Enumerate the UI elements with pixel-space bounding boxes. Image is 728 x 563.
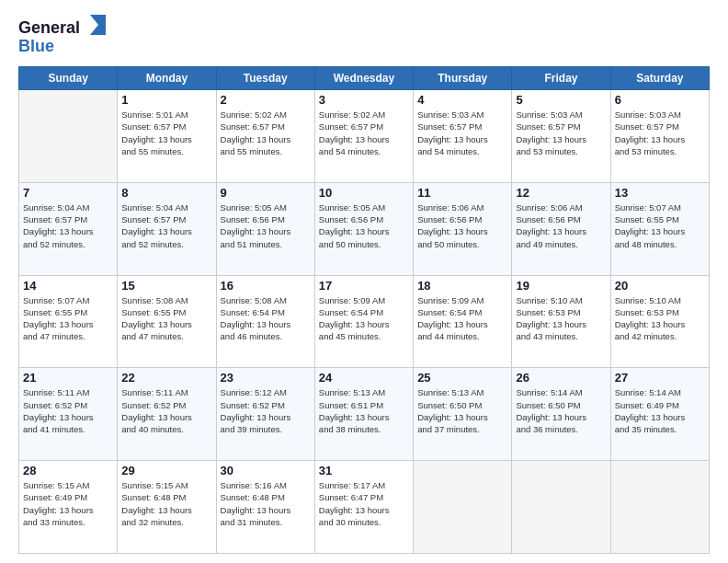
day-info: Sunrise: 5:08 AM Sunset: 6:54 PM Dayligh… <box>221 294 311 343</box>
day-header-thursday: Thursday <box>414 67 512 90</box>
logo: GeneralBlue <box>18 15 110 59</box>
day-number: 26 <box>516 371 606 385</box>
calendar-cell: 23Sunrise: 5:12 AM Sunset: 6:52 PM Dayli… <box>216 368 314 461</box>
day-number: 30 <box>221 464 311 477</box>
day-header-friday: Friday <box>512 67 610 90</box>
page: GeneralBlue SundayMondayTuesdayWednesday… <box>0 0 728 563</box>
week-row-2: 7Sunrise: 5:04 AM Sunset: 6:57 PM Daylig… <box>19 182 710 275</box>
calendar-cell: 29Sunrise: 5:15 AM Sunset: 6:48 PM Dayli… <box>118 461 216 554</box>
day-number: 12 <box>516 186 606 200</box>
calendar-cell: 14Sunrise: 5:07 AM Sunset: 6:55 PM Dayli… <box>19 275 118 368</box>
week-row-4: 21Sunrise: 5:11 AM Sunset: 6:52 PM Dayli… <box>19 368 710 461</box>
day-number: 25 <box>417 371 507 385</box>
day-number: 24 <box>319 371 409 385</box>
calendar-cell: 21Sunrise: 5:11 AM Sunset: 6:52 PM Dayli… <box>19 368 118 461</box>
header: GeneralBlue <box>18 15 710 59</box>
day-number: 31 <box>319 464 409 477</box>
logo-svg: GeneralBlue <box>18 15 110 59</box>
day-info: Sunrise: 5:04 AM Sunset: 6:57 PM Dayligh… <box>23 201 113 250</box>
svg-marker-2 <box>90 15 106 35</box>
day-info: Sunrise: 5:09 AM Sunset: 6:54 PM Dayligh… <box>417 294 507 343</box>
calendar-cell: 27Sunrise: 5:14 AM Sunset: 6:49 PM Dayli… <box>610 368 709 461</box>
day-info: Sunrise: 5:11 AM Sunset: 6:52 PM Dayligh… <box>121 386 211 435</box>
day-number: 15 <box>121 279 211 293</box>
day-info: Sunrise: 5:12 AM Sunset: 6:52 PM Dayligh… <box>221 386 311 435</box>
day-number: 11 <box>417 186 507 200</box>
day-number: 29 <box>121 464 211 477</box>
day-number: 18 <box>417 279 507 293</box>
calendar-table: SundayMondayTuesdayWednesdayThursdayFrid… <box>18 66 710 554</box>
day-info: Sunrise: 5:13 AM Sunset: 6:51 PM Dayligh… <box>319 386 409 435</box>
day-info: Sunrise: 5:06 AM Sunset: 6:56 PM Dayligh… <box>417 201 507 250</box>
day-info: Sunrise: 5:03 AM Sunset: 6:57 PM Dayligh… <box>417 109 507 157</box>
calendar-cell: 20Sunrise: 5:10 AM Sunset: 6:53 PM Dayli… <box>610 275 709 368</box>
calendar-cell: 10Sunrise: 5:05 AM Sunset: 6:56 PM Dayli… <box>314 182 413 275</box>
svg-text:Blue: Blue <box>18 37 54 55</box>
day-header-sunday: Sunday <box>19 67 118 90</box>
day-info: Sunrise: 5:15 AM Sunset: 6:49 PM Dayligh… <box>23 479 113 528</box>
calendar-cell: 12Sunrise: 5:06 AM Sunset: 6:56 PM Dayli… <box>512 182 610 275</box>
day-number: 8 <box>121 186 211 200</box>
calendar-cell: 26Sunrise: 5:14 AM Sunset: 6:50 PM Dayli… <box>512 368 610 461</box>
day-number: 17 <box>319 279 409 293</box>
calendar-cell: 24Sunrise: 5:13 AM Sunset: 6:51 PM Dayli… <box>314 368 413 461</box>
calendar-cell: 4Sunrise: 5:03 AM Sunset: 6:57 PM Daylig… <box>414 90 512 183</box>
day-number: 3 <box>319 93 409 107</box>
day-number: 16 <box>221 279 311 293</box>
week-row-1: 1Sunrise: 5:01 AM Sunset: 6:57 PM Daylig… <box>19 90 710 183</box>
day-number: 22 <box>121 371 211 385</box>
calendar-cell: 11Sunrise: 5:06 AM Sunset: 6:56 PM Dayli… <box>414 182 512 275</box>
day-number: 13 <box>615 186 705 200</box>
week-row-5: 28Sunrise: 5:15 AM Sunset: 6:49 PM Dayli… <box>19 461 710 554</box>
calendar-cell <box>414 461 512 554</box>
day-number: 19 <box>516 279 606 293</box>
day-number: 6 <box>615 93 705 107</box>
calendar-cell: 19Sunrise: 5:10 AM Sunset: 6:53 PM Dayli… <box>512 275 610 368</box>
week-row-3: 14Sunrise: 5:07 AM Sunset: 6:55 PM Dayli… <box>19 275 710 368</box>
day-number: 5 <box>516 93 606 107</box>
calendar-cell: 31Sunrise: 5:17 AM Sunset: 6:47 PM Dayli… <box>314 461 413 554</box>
calendar-cell: 16Sunrise: 5:08 AM Sunset: 6:54 PM Dayli… <box>216 275 314 368</box>
calendar-cell: 25Sunrise: 5:13 AM Sunset: 6:50 PM Dayli… <box>414 368 512 461</box>
calendar-cell: 28Sunrise: 5:15 AM Sunset: 6:49 PM Dayli… <box>19 461 118 554</box>
day-info: Sunrise: 5:16 AM Sunset: 6:48 PM Dayligh… <box>221 479 311 528</box>
day-info: Sunrise: 5:03 AM Sunset: 6:57 PM Dayligh… <box>516 109 606 157</box>
calendar-cell <box>19 90 118 183</box>
calendar-cell: 3Sunrise: 5:02 AM Sunset: 6:57 PM Daylig… <box>314 90 413 183</box>
day-number: 20 <box>615 279 705 293</box>
day-number: 21 <box>23 371 113 385</box>
day-header-monday: Monday <box>118 67 216 90</box>
svg-text:General: General <box>18 18 80 37</box>
day-number: 4 <box>417 93 507 107</box>
calendar-cell: 18Sunrise: 5:09 AM Sunset: 6:54 PM Dayli… <box>414 275 512 368</box>
day-info: Sunrise: 5:17 AM Sunset: 6:47 PM Dayligh… <box>319 479 409 528</box>
day-header-saturday: Saturday <box>610 67 709 90</box>
calendar-cell: 8Sunrise: 5:04 AM Sunset: 6:57 PM Daylig… <box>118 182 216 275</box>
calendar-cell: 17Sunrise: 5:09 AM Sunset: 6:54 PM Dayli… <box>314 275 413 368</box>
day-info: Sunrise: 5:10 AM Sunset: 6:53 PM Dayligh… <box>615 294 705 343</box>
calendar-cell: 5Sunrise: 5:03 AM Sunset: 6:57 PM Daylig… <box>512 90 610 183</box>
day-info: Sunrise: 5:15 AM Sunset: 6:48 PM Dayligh… <box>121 479 211 528</box>
calendar-cell: 2Sunrise: 5:02 AM Sunset: 6:57 PM Daylig… <box>216 90 314 183</box>
day-info: Sunrise: 5:02 AM Sunset: 6:57 PM Dayligh… <box>319 109 409 157</box>
day-info: Sunrise: 5:09 AM Sunset: 6:54 PM Dayligh… <box>319 294 409 343</box>
calendar-cell <box>512 461 610 554</box>
header-row: SundayMondayTuesdayWednesdayThursdayFrid… <box>19 67 710 90</box>
calendar-cell: 13Sunrise: 5:07 AM Sunset: 6:55 PM Dayli… <box>610 182 709 275</box>
day-info: Sunrise: 5:14 AM Sunset: 6:49 PM Dayligh… <box>615 386 705 435</box>
calendar-cell: 1Sunrise: 5:01 AM Sunset: 6:57 PM Daylig… <box>118 90 216 183</box>
day-info: Sunrise: 5:05 AM Sunset: 6:56 PM Dayligh… <box>319 201 409 250</box>
day-number: 23 <box>221 371 311 385</box>
day-info: Sunrise: 5:07 AM Sunset: 6:55 PM Dayligh… <box>615 201 705 250</box>
day-number: 27 <box>615 371 705 385</box>
day-number: 7 <box>23 186 113 200</box>
calendar-cell: 15Sunrise: 5:08 AM Sunset: 6:55 PM Dayli… <box>118 275 216 368</box>
calendar-cell: 7Sunrise: 5:04 AM Sunset: 6:57 PM Daylig… <box>19 182 118 275</box>
day-info: Sunrise: 5:05 AM Sunset: 6:56 PM Dayligh… <box>221 201 311 250</box>
day-number: 9 <box>221 186 311 200</box>
day-info: Sunrise: 5:04 AM Sunset: 6:57 PM Dayligh… <box>121 201 211 250</box>
day-info: Sunrise: 5:01 AM Sunset: 6:57 PM Dayligh… <box>121 109 211 157</box>
day-number: 10 <box>319 186 409 200</box>
day-info: Sunrise: 5:10 AM Sunset: 6:53 PM Dayligh… <box>516 294 606 343</box>
day-header-tuesday: Tuesday <box>216 67 314 90</box>
